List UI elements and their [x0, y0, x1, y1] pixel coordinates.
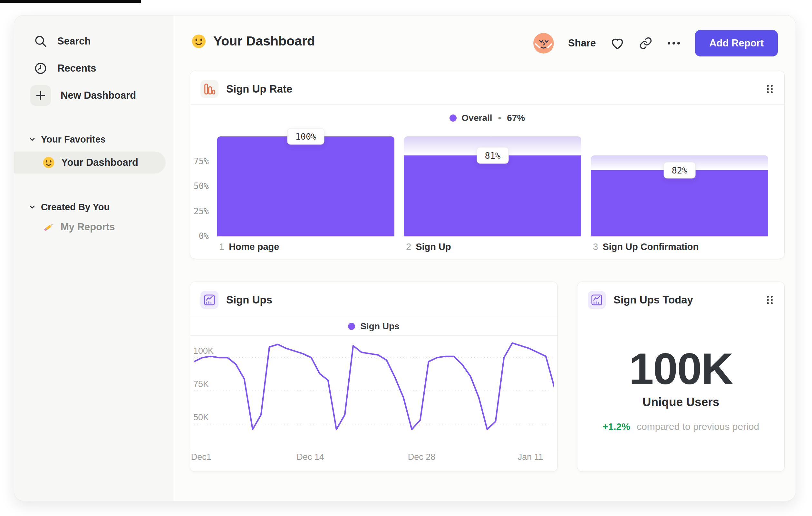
- avatar[interactable]: [533, 33, 554, 54]
- metric-delta: +1.2% compared to previous period: [577, 421, 784, 432]
- line-x-tick: Dec1: [191, 452, 211, 462]
- favorite-heart-button[interactable]: [610, 36, 625, 51]
- clock-icon: [33, 61, 48, 76]
- funnel-y-tick: 75%: [190, 156, 209, 166]
- funnel-chart-area: 100%1Home page81%2Sign Up82%3Sign Up Con…: [190, 71, 784, 259]
- funnel-step-label: 2Sign Up: [406, 242, 451, 252]
- main-content: Your Dashboard Share: [173, 16, 795, 501]
- section-title: Your Favorites: [41, 134, 106, 145]
- section-title: Created By You: [41, 202, 110, 213]
- funnel-value-tooltip: 81%: [477, 147, 509, 164]
- line-x-tick: Dec 14: [296, 452, 324, 462]
- chevron-down-icon: [29, 136, 36, 143]
- card-title: Sign Ups Today: [613, 294, 693, 306]
- line-chart-icon: [588, 291, 606, 309]
- delta-value: +1.2%: [603, 421, 630, 432]
- drag-handle-icon[interactable]: [766, 295, 773, 306]
- funnel-value-tooltip: 100%: [287, 128, 324, 145]
- line-x-tick: Dec 28: [408, 452, 436, 462]
- app-window: Search Recents New Dashboard Your Favori: [14, 15, 796, 501]
- pencil-emoji: [42, 221, 55, 233]
- screen-edge-artifact: [0, 0, 141, 3]
- sidebar-item-recents[interactable]: Recents: [33, 58, 173, 79]
- sidebar-item-label: Recents: [57, 62, 96, 74]
- more-options-button[interactable]: [667, 41, 681, 46]
- heart-icon: [610, 36, 625, 51]
- sidebar-item-new-dashboard[interactable]: New Dashboard: [33, 85, 173, 106]
- card-header: Sign Ups Today: [588, 291, 693, 309]
- delta-comparison-text: compared to previous period: [637, 421, 759, 432]
- funnel-y-tick: 0%: [190, 231, 209, 241]
- page-title: Your Dashboard: [213, 33, 315, 49]
- copy-link-button[interactable]: [639, 36, 652, 50]
- chevron-down-icon: [29, 203, 36, 211]
- funnel-y-tick: 50%: [190, 181, 209, 191]
- add-report-button[interactable]: Add Report: [695, 30, 778, 56]
- funnel-bar-2[interactable]: 81%: [404, 136, 581, 236]
- funnel-step-label: 3Sign Up Confirmation: [593, 242, 699, 252]
- plus-icon: [30, 85, 51, 106]
- line-y-tick: 50K: [193, 412, 209, 423]
- signups-line-svg: [194, 335, 554, 449]
- funnel-bar-1[interactable]: 100%: [217, 136, 395, 236]
- funnel-bar-fill: [404, 156, 581, 236]
- metric-value: 100K: [577, 343, 784, 395]
- sidebar-item-your-dashboard-active[interactable]: Your Dashboard: [14, 152, 166, 173]
- sidebar-section-created-by-you[interactable]: Created By You: [29, 200, 173, 214]
- funnel-bar-3[interactable]: 82%: [591, 136, 768, 236]
- sidebar-item-my-reports[interactable]: My Reports: [42, 219, 173, 236]
- sign-up-rate-card: Sign Up Rate Overall • 67% 100%1Home pag…: [190, 71, 785, 259]
- sidebar-section-your-favorites[interactable]: Your Favorites: [29, 133, 173, 146]
- sign-ups-line-series: [194, 343, 554, 430]
- sidebar-item-label: Search: [57, 35, 91, 47]
- ellipsis-icon: [667, 41, 681, 46]
- funnel-value-tooltip: 82%: [664, 162, 696, 179]
- page-header: Your Dashboard: [192, 33, 315, 49]
- sidebar-item-label: Your Dashboard: [61, 157, 138, 168]
- funnel-step-label: 1Home page: [219, 242, 279, 252]
- funnel-bar-fill: [591, 170, 768, 236]
- share-button[interactable]: Share: [568, 37, 596, 49]
- metric-label: Unique Users: [577, 396, 784, 409]
- line-x-tick: Jan 11: [518, 452, 543, 462]
- sidebar-item-search[interactable]: Search: [33, 31, 173, 52]
- funnel-bar-fill: [217, 136, 395, 236]
- search-icon: [33, 34, 48, 48]
- sidebar-item-label: New Dashboard: [61, 90, 136, 101]
- line-y-tick: 75K: [193, 379, 209, 389]
- link-icon: [639, 36, 652, 50]
- sign-ups-card: Sign Ups Sign Ups 100K75K50KDec1Dec 14De…: [190, 281, 558, 472]
- header-controls: Share Add Report: [533, 30, 778, 57]
- sidebar-item-label: My Reports: [61, 221, 115, 233]
- sidebar: Search Recents New Dashboard Your Favori: [14, 16, 173, 501]
- sign-ups-today-card: Sign Ups Today 100K Unique Users +1.2% c…: [577, 281, 785, 472]
- smiley-emoji: [42, 156, 55, 169]
- smiley-emoji: [192, 34, 206, 49]
- signups-chart-area: 100K75K50KDec1Dec 14Dec 28Jan 11: [190, 282, 557, 471]
- funnel-y-tick: 25%: [190, 207, 209, 216]
- line-y-tick: 100K: [193, 346, 214, 356]
